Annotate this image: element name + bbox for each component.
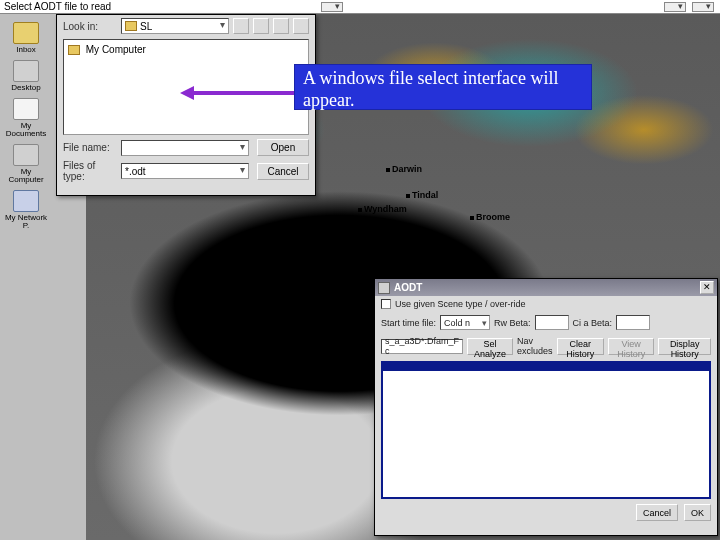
lookin-value: SL (140, 21, 152, 32)
history-output (381, 361, 711, 499)
computer-icon (13, 144, 39, 166)
display-history-button[interactable]: Display History (658, 338, 711, 355)
list-item-label: My Computer (86, 44, 146, 55)
desktop-icon-label: Inbox (16, 46, 36, 54)
filename-label: File name: (63, 142, 117, 153)
lookin-label: Look in: (63, 21, 117, 32)
desktop-icon-computer[interactable]: My Computer (4, 144, 48, 184)
list-item[interactable]: My Computer (68, 44, 304, 55)
app-icon (378, 282, 390, 294)
aodt-ok-button[interactable]: OK (684, 504, 711, 521)
desktop-icon-label: My Documents (4, 122, 48, 138)
app-titlebar: Select AODT file to read (0, 0, 720, 14)
desktop-icon-inbox[interactable]: Inbox (4, 22, 48, 54)
override-checkbox[interactable] (381, 299, 391, 309)
network-icon (13, 190, 39, 212)
annotation-callout: A windows file select interface will app… (294, 64, 592, 110)
desktop-icon-network[interactable]: My Network P. (4, 190, 48, 230)
titlebar-dropdown-1[interactable] (321, 2, 343, 12)
desktop-icon-label: My Network P. (4, 214, 48, 230)
aodt-panel: AODT ✕ Use given Scene type / over-ride … (374, 278, 718, 536)
map-city-label: Broome (470, 212, 510, 222)
run-id-field[interactable]: s_a_a3D*:Dfam_F c (381, 339, 463, 354)
desktop-icon-label: My Computer (4, 168, 48, 184)
documents-icon (13, 98, 39, 120)
desktop-icon-documents[interactable]: My Documents (4, 98, 48, 138)
file-open-dialog: Look in: SL My Computer File name: Open … (56, 14, 316, 196)
starttime-label: Start time file: (381, 318, 436, 328)
titlebar-dropdown-2[interactable] (664, 2, 686, 12)
close-icon[interactable]: ✕ (700, 281, 714, 294)
arrow-shaft (192, 91, 298, 95)
map-city-label: Darwin (386, 164, 422, 174)
filename-input[interactable] (121, 140, 249, 156)
up-button[interactable] (253, 18, 269, 34)
aodt-title: AODT (394, 282, 422, 293)
starttime-select[interactable]: Cold n (440, 315, 490, 330)
view-history-button[interactable]: View History (608, 338, 654, 355)
map-city-label: Wyndham (358, 204, 407, 214)
titlebar-dropdown-3[interactable] (692, 2, 714, 12)
map-city-label: Tindal (406, 190, 438, 200)
clear-history-button[interactable]: Clear History (557, 338, 605, 355)
open-button[interactable]: Open (257, 139, 309, 156)
app-title: Select AODT file to read (0, 1, 111, 12)
desktop-glyph-icon (13, 60, 39, 82)
folder-icon (13, 22, 39, 44)
aodt-cancel-button[interactable]: Cancel (636, 504, 678, 521)
desktop-icon-desktop[interactable]: Desktop (4, 60, 48, 92)
cibeta-input[interactable] (616, 315, 650, 330)
folder-icon (125, 21, 137, 31)
filetype-select[interactable]: *.odt (121, 163, 249, 179)
cibeta-label: Ci a Beta: (573, 318, 613, 328)
rawbeta-input[interactable] (535, 315, 569, 330)
desktop-icon-label: Desktop (11, 84, 40, 92)
filetype-label: Files of type: (63, 160, 117, 182)
rawbeta-label: Rw Beta: (494, 318, 531, 328)
aodt-titlebar: AODT ✕ (375, 279, 717, 296)
lookin-select[interactable]: SL (121, 18, 229, 34)
back-button[interactable] (233, 18, 249, 34)
cancel-button[interactable]: Cancel (257, 163, 309, 180)
desktop-icon-column: Inbox Desktop My Documents My Computer M… (4, 22, 54, 236)
viewmode-button[interactable] (293, 18, 309, 34)
sel-analyze-button[interactable]: Sel Analyze (467, 338, 513, 355)
folder-icon (68, 45, 80, 55)
override-label: Use given Scene type / over-ride (395, 299, 526, 309)
annotation-arrow (180, 86, 298, 100)
nav-exclude-label: Nav excludes (517, 336, 553, 356)
newfolder-button[interactable] (273, 18, 289, 34)
